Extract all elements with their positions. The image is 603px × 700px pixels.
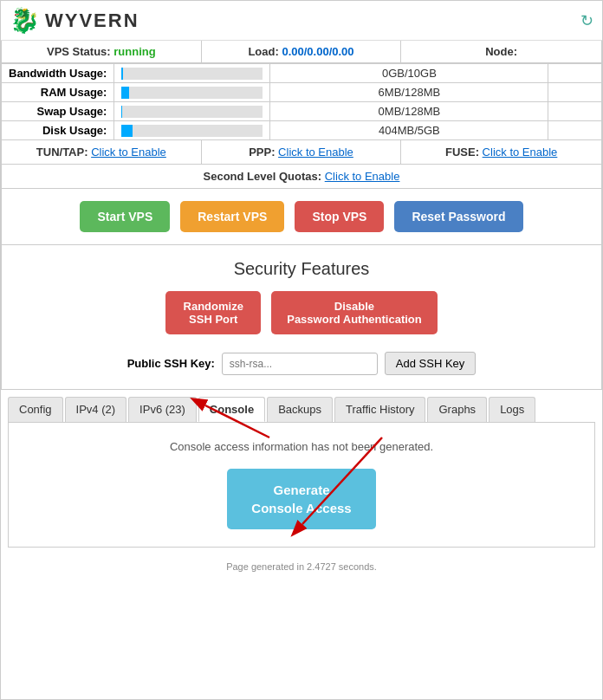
usage-bar-fill — [121, 106, 122, 118]
header: 🐉 WYVERN ↻ — [1, 1, 602, 41]
randomize-ssh-port-button[interactable]: RandomizeSSH Port — [165, 291, 261, 334]
ssh-key-input[interactable] — [222, 353, 378, 375]
usage-text: 6MB/128MB — [270, 83, 548, 102]
usage-row: Swap Usage: 0MB/128MB — [2, 102, 602, 121]
dragon-icon: 🐉 — [10, 6, 40, 35]
quotas-link[interactable]: Click to Enable — [325, 170, 400, 183]
reset-password-button[interactable]: Reset Password — [394, 201, 522, 232]
usage-bar-bg — [121, 125, 263, 137]
vps-status-cell: VPS Status: running — [2, 41, 202, 62]
usage-label: RAM Usage: — [2, 83, 114, 102]
usage-bar-fill — [121, 68, 123, 80]
usage-label: Swap Usage: — [2, 102, 114, 121]
usage-bar-bg — [121, 68, 263, 80]
security-buttons: RandomizeSSH Port DisablePassword Authen… — [19, 291, 584, 334]
ssh-key-label: Public SSH Key: — [127, 357, 215, 370]
tab-traffic-history[interactable]: Traffic History — [334, 397, 425, 422]
footer: Page generated in 2.4727 seconds. — [1, 554, 602, 579]
tab-ipv4--2-[interactable]: IPv4 (2) — [65, 397, 127, 422]
load-cell: Load: 0.00/0.00/0.00 — [202, 41, 402, 62]
usage-extra — [548, 102, 602, 121]
refresh-icon[interactable]: ↻ — [580, 11, 593, 30]
usage-bar-cell — [114, 64, 270, 83]
fuse-link[interactable]: Click to Enable — [483, 146, 558, 159]
footer-text: Page generated in 2.4727 seconds. — [226, 561, 377, 572]
usage-bar-cell — [114, 102, 270, 121]
generate-console-access-button[interactable]: GenerateConsole Access — [227, 469, 375, 529]
tab-backups[interactable]: Backups — [267, 397, 333, 422]
usage-bar-fill — [121, 125, 133, 137]
vps-status-value: running — [113, 45, 155, 58]
start-vps-button[interactable]: Start VPS — [80, 201, 170, 232]
restart-vps-button[interactable]: Restart VPS — [180, 201, 284, 232]
usage-bar-bg — [121, 106, 263, 118]
tun-tap-link[interactable]: Click to Enable — [91, 146, 166, 159]
security-section: Security Features RandomizeSSH Port Disa… — [1, 245, 602, 390]
usage-bar-fill — [121, 87, 128, 99]
add-ssh-key-button[interactable]: Add SSH Key — [385, 352, 477, 375]
tab-config[interactable]: Config — [8, 397, 63, 422]
load-value: 0.00/0.00/0.00 — [282, 45, 353, 58]
usage-text: 0GB/10GB — [270, 64, 548, 83]
tabs-row: ConfigIPv4 (2)IPv6 (23)ConsoleBackupsTra… — [1, 390, 602, 422]
usage-table: Bandwidth Usage: 0GB/10GB RAM Usage: 6MB… — [1, 63, 602, 140]
security-title: Security Features — [19, 259, 584, 279]
ppp-label: PPP: — [249, 146, 275, 159]
usage-text: 404MB/5GB — [270, 121, 548, 140]
fuse-label: FUSE: — [445, 146, 479, 159]
tun-tap-cell: TUN/TAP: Click to Enable — [2, 140, 202, 164]
feature-links: TUN/TAP: Click to Enable PPP: Click to E… — [1, 140, 602, 165]
vps-buttons: Start VPS Restart VPS Stop VPS Reset Pas… — [1, 189, 602, 245]
usage-extra — [548, 64, 602, 83]
usage-bar-cell — [114, 121, 270, 140]
usage-bar-bg — [121, 87, 263, 99]
usage-row: Disk Usage: 404MB/5GB — [2, 121, 602, 140]
status-bar: VPS Status: running Load: 0.00/0.00/0.00… — [1, 41, 602, 63]
node-label: Node: — [485, 45, 517, 58]
usage-label: Disk Usage: — [2, 121, 114, 140]
quotas-row: Second Level Quotas: Click to Enable — [1, 165, 602, 189]
usage-bar-cell — [114, 83, 270, 102]
tab-content: Console access information has not been … — [8, 422, 595, 548]
disable-password-auth-button[interactable]: DisablePassword Authentication — [271, 291, 438, 334]
fuse-cell: FUSE: Click to Enable — [401, 140, 601, 164]
tun-tap-label: TUN/TAP: — [36, 146, 88, 159]
ppp-cell: PPP: Click to Enable — [202, 140, 402, 164]
usage-label: Bandwidth Usage: — [2, 64, 114, 83]
usage-extra — [548, 83, 602, 102]
quotas-label: Second Level Quotas: — [204, 170, 322, 183]
usage-row: RAM Usage: 6MB/128MB — [2, 83, 602, 102]
logo-text: WYVERN — [45, 10, 139, 32]
load-label: Load: — [248, 45, 278, 58]
tab-graphs[interactable]: Graphs — [427, 397, 487, 422]
node-cell: Node: — [401, 41, 601, 62]
tab-ipv6--23-[interactable]: IPv6 (23) — [128, 397, 197, 422]
tab-console[interactable]: Console — [198, 397, 265, 422]
vps-status-label: VPS Status: — [47, 45, 111, 58]
ppp-link[interactable]: Click to Enable — [278, 146, 353, 159]
tab-section: ConfigIPv4 (2)IPv6 (23)ConsoleBackupsTra… — [1, 390, 602, 548]
usage-text: 0MB/128MB — [270, 102, 548, 121]
console-message: Console access information has not been … — [26, 440, 577, 453]
stop-vps-button[interactable]: Stop VPS — [295, 201, 384, 232]
usage-extra — [548, 121, 602, 140]
logo-area: 🐉 WYVERN — [10, 6, 139, 35]
ssh-key-row: Public SSH Key: Add SSH Key — [19, 352, 584, 375]
tab-logs[interactable]: Logs — [489, 397, 535, 422]
usage-row: Bandwidth Usage: 0GB/10GB — [2, 64, 602, 83]
